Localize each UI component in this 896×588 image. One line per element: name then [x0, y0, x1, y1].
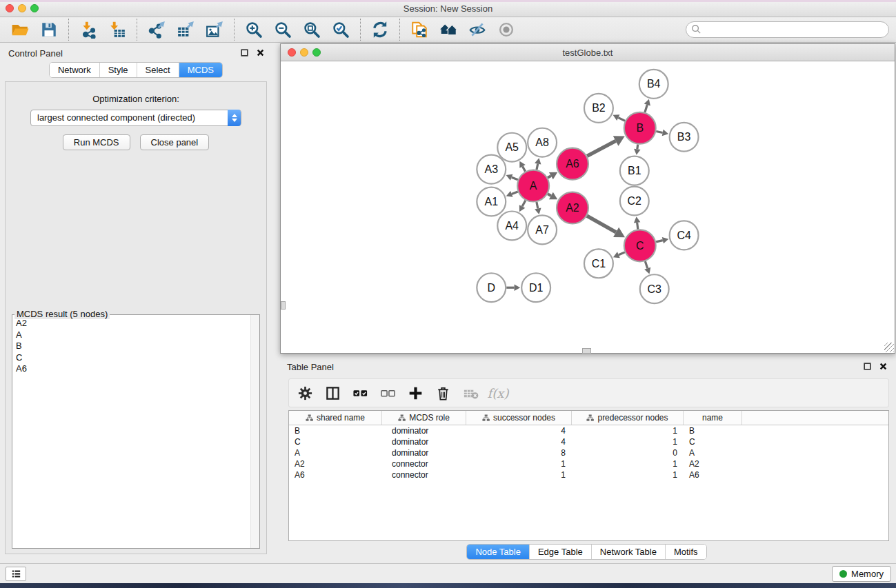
task-history-button[interactable] — [6, 567, 26, 581]
refresh-icon[interactable] — [370, 19, 390, 40]
mcds-result-item[interactable]: A — [13, 330, 250, 341]
close-table-panel-icon[interactable] — [879, 362, 888, 371]
zoom-out-icon[interactable] — [272, 19, 293, 40]
search-input[interactable] — [686, 21, 889, 38]
mcds-result-item[interactable]: B — [13, 341, 250, 352]
network-window-titlebar[interactable]: testGlobe.txt — [281, 44, 895, 61]
cell-shared-name[interactable]: A2 — [289, 458, 382, 469]
graph-edge-B-B1[interactable] — [637, 145, 638, 150]
zoom-selected-icon[interactable] — [330, 19, 351, 40]
deselect-all-icon[interactable] — [379, 384, 397, 402]
column-header-successor-nodes[interactable]: successor nodes — [466, 411, 572, 425]
zoom-in-icon[interactable] — [243, 19, 264, 40]
zoom-fit-icon[interactable] — [301, 19, 322, 40]
graph-edge-A-A4[interactable] — [522, 201, 526, 207]
export-image-icon[interactable] — [204, 19, 225, 40]
column-header-name[interactable]: name — [684, 411, 742, 425]
tab-mcds[interactable]: MCDS — [179, 63, 222, 77]
column-header-predecessor-nodes[interactable]: predecessor nodes — [572, 411, 684, 425]
cell-name[interactable]: A6 — [684, 469, 742, 480]
gear-icon[interactable] — [296, 384, 314, 402]
cell-predecessor-nodes[interactable]: 1 — [572, 425, 684, 436]
cell-name[interactable]: C — [684, 436, 742, 447]
float-panel-icon[interactable] — [240, 48, 249, 57]
graph-edge-A-A8[interactable] — [537, 164, 538, 170]
table-row[interactable]: Cdominator41C — [289, 436, 888, 447]
table-row[interactable]: Adominator80A — [289, 447, 888, 458]
graph-edge-C-C4[interactable] — [656, 241, 663, 242]
cell-successor-nodes[interactable]: 4 — [466, 436, 572, 447]
add-column-icon[interactable] — [406, 384, 424, 402]
column-header-shared-name[interactable]: shared name — [289, 411, 382, 425]
tab-node-table[interactable]: Node Table — [467, 545, 529, 559]
cell-MCDS-role[interactable]: dominator — [382, 425, 466, 436]
graph-edge-B-B4[interactable] — [645, 105, 647, 112]
graph-edge-A-A7[interactable] — [537, 202, 538, 208]
cell-predecessor-nodes[interactable]: 0 — [572, 447, 684, 458]
cell-predecessor-nodes[interactable]: 1 — [572, 458, 684, 469]
cell-successor-nodes[interactable]: 1 — [466, 458, 572, 469]
tab-network[interactable]: Network — [50, 63, 99, 77]
cell-shared-name[interactable]: B — [289, 425, 382, 436]
save-icon[interactable] — [39, 19, 59, 40]
cell-MCDS-role[interactable]: dominator — [382, 447, 466, 458]
tab-network-table[interactable]: Network Table — [591, 545, 665, 559]
split-panel-icon[interactable] — [323, 384, 341, 402]
column-header-MCDS-role[interactable]: MCDS role — [382, 411, 466, 425]
graph-edge-A6-B[interactable] — [587, 141, 616, 156]
graph-edge-B-B3[interactable] — [656, 132, 662, 133]
new-network-from-selection-icon[interactable] — [409, 19, 430, 40]
graph-edge-C-C1[interactable] — [619, 252, 625, 255]
table-row[interactable]: Bdominator41B — [289, 425, 888, 436]
cell-name[interactable]: A2 — [684, 458, 742, 469]
export-table-icon[interactable] — [175, 19, 196, 40]
window-bottom-gripper[interactable] — [582, 348, 591, 354]
cell-name[interactable]: A — [684, 447, 742, 458]
mcds-result-item[interactable]: C — [13, 352, 250, 364]
close-panel-icon[interactable] — [256, 48, 265, 57]
import-network-icon[interactable] — [78, 19, 99, 40]
graph-edge-A-A2[interactable] — [548, 194, 551, 196]
window-left-gripper[interactable] — [281, 301, 286, 310]
graph-edge-C-C2[interactable] — [637, 223, 638, 230]
graph-edge-B-B2[interactable] — [618, 118, 625, 121]
show-graphics-details-icon[interactable] — [496, 19, 517, 40]
table-row[interactable]: A6connector11A6 — [289, 469, 888, 480]
cell-shared-name[interactable]: C — [289, 436, 382, 447]
mcds-result-item[interactable]: A2 — [13, 318, 250, 330]
graph-edge-A-A6[interactable] — [548, 176, 551, 178]
tab-motifs[interactable]: Motifs — [665, 545, 706, 559]
float-table-panel-icon[interactable] — [863, 362, 872, 371]
memory-button[interactable]: Memory — [832, 566, 891, 582]
cell-successor-nodes[interactable]: 8 — [466, 447, 572, 458]
graph-edge-A-A5[interactable] — [522, 166, 525, 171]
graph-edge-A-A3[interactable] — [512, 177, 518, 180]
cell-shared-name[interactable]: A6 — [289, 469, 382, 480]
cell-successor-nodes[interactable]: 4 — [466, 425, 572, 436]
cell-MCDS-role[interactable]: dominator — [382, 436, 466, 447]
criterion-select[interactable]: largest connected component (directed) — [30, 110, 241, 126]
table-row[interactable]: A2connector11A2 — [289, 458, 888, 469]
cell-name[interactable]: B — [684, 425, 742, 436]
window-resize-grip-icon[interactable] — [884, 343, 894, 352]
run-mcds-button[interactable]: Run MCDS — [63, 134, 130, 150]
select-all-icon[interactable] — [351, 384, 369, 402]
mcds-result-item[interactable]: A6 — [13, 363, 250, 375]
first-neighbors-icon[interactable] — [438, 19, 459, 40]
graph-edge-A2-C[interactable] — [587, 216, 616, 232]
result-scrollbar[interactable] — [250, 315, 259, 548]
graph-edge-C-C3[interactable] — [645, 261, 647, 268]
cell-predecessor-nodes[interactable]: 1 — [572, 469, 684, 480]
open-folder-icon[interactable] — [10, 19, 30, 40]
network-canvas[interactable]: B4B2BB3A8A5A6B1A3AC2A1A2A4A7C4CC1C3DD1 — [281, 61, 895, 353]
cell-MCDS-role[interactable]: connector — [382, 458, 466, 469]
export-network-icon[interactable] — [146, 19, 167, 40]
cell-predecessor-nodes[interactable]: 1 — [572, 436, 684, 447]
cell-MCDS-role[interactable]: connector — [382, 469, 466, 480]
graph-edge-A-A1[interactable] — [512, 192, 518, 194]
cell-shared-name[interactable]: A — [289, 447, 382, 458]
close-panel-button[interactable]: Close panel — [140, 134, 210, 150]
delete-column-icon[interactable] — [434, 384, 452, 402]
cell-successor-nodes[interactable]: 1 — [466, 469, 572, 480]
import-table-icon[interactable] — [107, 19, 128, 40]
